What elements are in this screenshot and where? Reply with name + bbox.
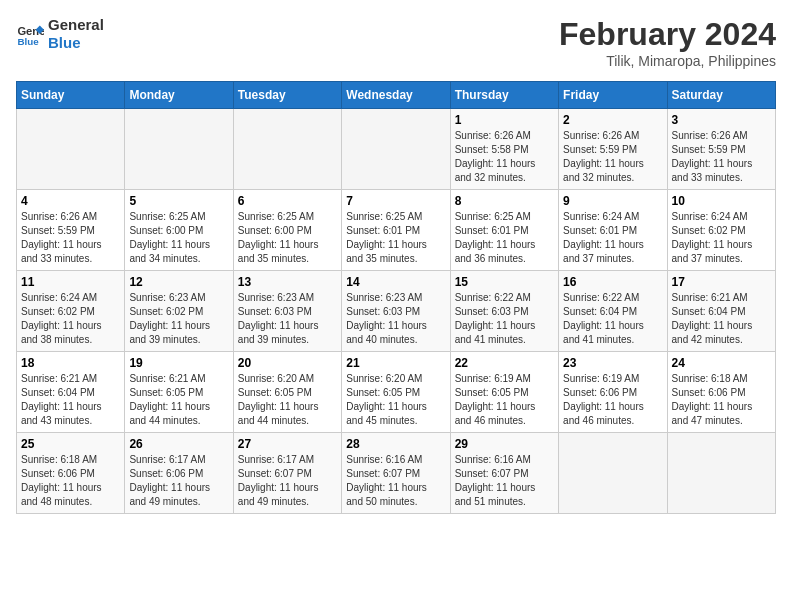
day-number: 19 [129, 356, 228, 370]
day-number: 26 [129, 437, 228, 451]
month-title: February 2024 [559, 16, 776, 53]
day-info: Sunrise: 6:17 AM Sunset: 6:06 PM Dayligh… [129, 453, 228, 509]
day-number: 8 [455, 194, 554, 208]
day-number: 29 [455, 437, 554, 451]
calendar-cell [17, 109, 125, 190]
day-info: Sunrise: 6:23 AM Sunset: 6:03 PM Dayligh… [238, 291, 337, 347]
calendar-cell: 12Sunrise: 6:23 AM Sunset: 6:02 PM Dayli… [125, 271, 233, 352]
day-number: 25 [21, 437, 120, 451]
weekday-header: Tuesday [233, 82, 341, 109]
day-number: 7 [346, 194, 445, 208]
calendar-cell: 28Sunrise: 6:16 AM Sunset: 6:07 PM Dayli… [342, 433, 450, 514]
day-info: Sunrise: 6:21 AM Sunset: 6:05 PM Dayligh… [129, 372, 228, 428]
day-info: Sunrise: 6:24 AM Sunset: 6:02 PM Dayligh… [672, 210, 771, 266]
calendar-cell: 7Sunrise: 6:25 AM Sunset: 6:01 PM Daylig… [342, 190, 450, 271]
calendar-cell: 5Sunrise: 6:25 AM Sunset: 6:00 PM Daylig… [125, 190, 233, 271]
day-number: 12 [129, 275, 228, 289]
calendar-cell: 27Sunrise: 6:17 AM Sunset: 6:07 PM Dayli… [233, 433, 341, 514]
day-info: Sunrise: 6:17 AM Sunset: 6:07 PM Dayligh… [238, 453, 337, 509]
logo-icon: General Blue [16, 20, 44, 48]
calendar-cell: 19Sunrise: 6:21 AM Sunset: 6:05 PM Dayli… [125, 352, 233, 433]
calendar-cell [125, 109, 233, 190]
calendar-cell: 14Sunrise: 6:23 AM Sunset: 6:03 PM Dayli… [342, 271, 450, 352]
calendar-week-row: 11Sunrise: 6:24 AM Sunset: 6:02 PM Dayli… [17, 271, 776, 352]
location: Tilik, Mimaropa, Philippines [559, 53, 776, 69]
calendar-cell [559, 433, 667, 514]
day-number: 23 [563, 356, 662, 370]
day-number: 22 [455, 356, 554, 370]
day-number: 24 [672, 356, 771, 370]
day-info: Sunrise: 6:25 AM Sunset: 6:00 PM Dayligh… [238, 210, 337, 266]
calendar-cell: 17Sunrise: 6:21 AM Sunset: 6:04 PM Dayli… [667, 271, 775, 352]
day-number: 21 [346, 356, 445, 370]
calendar-table: SundayMondayTuesdayWednesdayThursdayFrid… [16, 81, 776, 514]
calendar-week-row: 1Sunrise: 6:26 AM Sunset: 5:58 PM Daylig… [17, 109, 776, 190]
calendar-week-row: 25Sunrise: 6:18 AM Sunset: 6:06 PM Dayli… [17, 433, 776, 514]
day-info: Sunrise: 6:26 AM Sunset: 5:59 PM Dayligh… [672, 129, 771, 185]
day-number: 1 [455, 113, 554, 127]
calendar-cell: 10Sunrise: 6:24 AM Sunset: 6:02 PM Dayli… [667, 190, 775, 271]
day-number: 10 [672, 194, 771, 208]
day-info: Sunrise: 6:23 AM Sunset: 6:02 PM Dayligh… [129, 291, 228, 347]
day-info: Sunrise: 6:20 AM Sunset: 6:05 PM Dayligh… [238, 372, 337, 428]
day-number: 18 [21, 356, 120, 370]
day-info: Sunrise: 6:16 AM Sunset: 6:07 PM Dayligh… [346, 453, 445, 509]
day-number: 13 [238, 275, 337, 289]
day-info: Sunrise: 6:25 AM Sunset: 6:00 PM Dayligh… [129, 210, 228, 266]
calendar-cell: 29Sunrise: 6:16 AM Sunset: 6:07 PM Dayli… [450, 433, 558, 514]
day-number: 28 [346, 437, 445, 451]
calendar-cell [667, 433, 775, 514]
day-number: 20 [238, 356, 337, 370]
weekday-header: Thursday [450, 82, 558, 109]
day-info: Sunrise: 6:26 AM Sunset: 5:58 PM Dayligh… [455, 129, 554, 185]
calendar-cell [233, 109, 341, 190]
day-number: 11 [21, 275, 120, 289]
weekday-header: Sunday [17, 82, 125, 109]
day-number: 5 [129, 194, 228, 208]
calendar-week-row: 4Sunrise: 6:26 AM Sunset: 5:59 PM Daylig… [17, 190, 776, 271]
day-number: 17 [672, 275, 771, 289]
day-info: Sunrise: 6:21 AM Sunset: 6:04 PM Dayligh… [21, 372, 120, 428]
logo-text-general: General [48, 16, 104, 34]
calendar-header-row: SundayMondayTuesdayWednesdayThursdayFrid… [17, 82, 776, 109]
calendar-cell: 20Sunrise: 6:20 AM Sunset: 6:05 PM Dayli… [233, 352, 341, 433]
calendar-cell: 1Sunrise: 6:26 AM Sunset: 5:58 PM Daylig… [450, 109, 558, 190]
day-info: Sunrise: 6:19 AM Sunset: 6:06 PM Dayligh… [563, 372, 662, 428]
calendar-cell: 3Sunrise: 6:26 AM Sunset: 5:59 PM Daylig… [667, 109, 775, 190]
svg-text:Blue: Blue [17, 36, 39, 47]
calendar-cell: 23Sunrise: 6:19 AM Sunset: 6:06 PM Dayli… [559, 352, 667, 433]
day-info: Sunrise: 6:20 AM Sunset: 6:05 PM Dayligh… [346, 372, 445, 428]
weekday-header: Monday [125, 82, 233, 109]
title-block: February 2024 Tilik, Mimaropa, Philippin… [559, 16, 776, 69]
day-info: Sunrise: 6:19 AM Sunset: 6:05 PM Dayligh… [455, 372, 554, 428]
day-info: Sunrise: 6:22 AM Sunset: 6:03 PM Dayligh… [455, 291, 554, 347]
day-info: Sunrise: 6:16 AM Sunset: 6:07 PM Dayligh… [455, 453, 554, 509]
day-number: 15 [455, 275, 554, 289]
day-number: 3 [672, 113, 771, 127]
calendar-cell: 22Sunrise: 6:19 AM Sunset: 6:05 PM Dayli… [450, 352, 558, 433]
calendar-cell: 4Sunrise: 6:26 AM Sunset: 5:59 PM Daylig… [17, 190, 125, 271]
day-info: Sunrise: 6:18 AM Sunset: 6:06 PM Dayligh… [21, 453, 120, 509]
day-number: 14 [346, 275, 445, 289]
day-info: Sunrise: 6:24 AM Sunset: 6:01 PM Dayligh… [563, 210, 662, 266]
calendar-cell [342, 109, 450, 190]
day-info: Sunrise: 6:25 AM Sunset: 6:01 PM Dayligh… [346, 210, 445, 266]
logo: General Blue General Blue [16, 16, 104, 52]
calendar-cell: 24Sunrise: 6:18 AM Sunset: 6:06 PM Dayli… [667, 352, 775, 433]
day-info: Sunrise: 6:26 AM Sunset: 5:59 PM Dayligh… [563, 129, 662, 185]
day-number: 6 [238, 194, 337, 208]
logo-text-blue: Blue [48, 34, 104, 52]
calendar-cell: 9Sunrise: 6:24 AM Sunset: 6:01 PM Daylig… [559, 190, 667, 271]
day-info: Sunrise: 6:25 AM Sunset: 6:01 PM Dayligh… [455, 210, 554, 266]
calendar-cell: 16Sunrise: 6:22 AM Sunset: 6:04 PM Dayli… [559, 271, 667, 352]
day-number: 16 [563, 275, 662, 289]
calendar-cell: 11Sunrise: 6:24 AM Sunset: 6:02 PM Dayli… [17, 271, 125, 352]
page-header: General Blue General Blue February 2024 … [16, 16, 776, 69]
day-info: Sunrise: 6:24 AM Sunset: 6:02 PM Dayligh… [21, 291, 120, 347]
day-info: Sunrise: 6:23 AM Sunset: 6:03 PM Dayligh… [346, 291, 445, 347]
calendar-cell: 8Sunrise: 6:25 AM Sunset: 6:01 PM Daylig… [450, 190, 558, 271]
calendar-cell: 13Sunrise: 6:23 AM Sunset: 6:03 PM Dayli… [233, 271, 341, 352]
calendar-cell: 25Sunrise: 6:18 AM Sunset: 6:06 PM Dayli… [17, 433, 125, 514]
calendar-cell: 15Sunrise: 6:22 AM Sunset: 6:03 PM Dayli… [450, 271, 558, 352]
day-info: Sunrise: 6:26 AM Sunset: 5:59 PM Dayligh… [21, 210, 120, 266]
